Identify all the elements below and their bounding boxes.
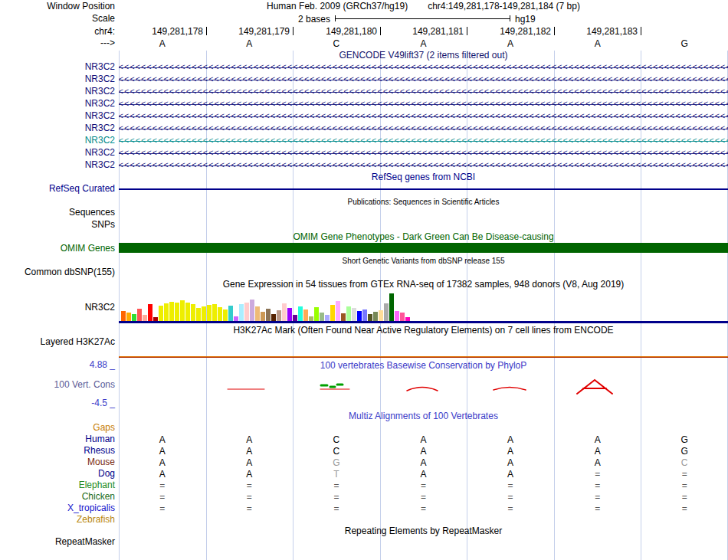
gencode-gene-item[interactable]: <<<<<<<<<<<<<<<<<<<<<<<<<<<<<<<<<<<<<<<<… bbox=[119, 123, 728, 134]
gtex-expression-bar[interactable] bbox=[239, 304, 244, 321]
multiz-species-label[interactable]: X_tropicalis bbox=[0, 503, 115, 513]
repeatmasker-track-label[interactable]: RepeatMasker bbox=[0, 537, 115, 547]
gtex-expression-bar[interactable] bbox=[298, 306, 303, 321]
gencode-gene-label[interactable]: NR3C2 bbox=[0, 99, 115, 109]
gencode-gene-label[interactable]: NR3C2 bbox=[0, 62, 115, 72]
multiz-species-label[interactable]: Chicken bbox=[0, 492, 115, 502]
gtex-expression-bar[interactable] bbox=[223, 309, 228, 321]
gtex-expression-bar[interactable] bbox=[330, 305, 335, 321]
gencode-gene-item[interactable]: <<<<<<<<<<<<<<<<<<<<<<<<<<<<<<<<<<<<<<<<… bbox=[119, 99, 728, 110]
h3k27ac-track-title[interactable]: H3K27Ac Mark (Often Found Near Active Re… bbox=[119, 326, 728, 336]
gtex-expression-bar[interactable] bbox=[384, 303, 389, 321]
dbsnp-track-label[interactable]: Common dbSNP(155) bbox=[0, 267, 115, 277]
multiz-species-label[interactable]: Elephant bbox=[0, 480, 115, 490]
gencode-gene-label[interactable]: NR3C2 bbox=[0, 148, 115, 158]
gtex-expression-bar[interactable] bbox=[191, 304, 195, 321]
gtex-expression-bar[interactable] bbox=[336, 301, 340, 321]
gtex-expression-bar[interactable] bbox=[244, 303, 249, 321]
gtex-expression-bar[interactable] bbox=[180, 300, 185, 321]
gtex-expression-bar[interactable] bbox=[266, 309, 271, 321]
gtex-expression-bar[interactable] bbox=[352, 308, 356, 321]
gtex-bar-chart[interactable] bbox=[121, 292, 410, 321]
sequences-track-label[interactable]: Sequences bbox=[0, 208, 115, 218]
refseq-track-title[interactable]: RefSeq genes from NCBI bbox=[119, 172, 728, 182]
gtex-expression-bar[interactable] bbox=[373, 312, 378, 321]
gencode-gene-item[interactable]: <<<<<<<<<<<<<<<<<<<<<<<<<<<<<<<<<<<<<<<<… bbox=[119, 87, 728, 97]
gtex-expression-bar[interactable] bbox=[164, 303, 169, 321]
gtex-expression-bar[interactable] bbox=[293, 315, 297, 321]
gtex-expression-bar[interactable] bbox=[395, 311, 399, 321]
multiz-species-label[interactable]: Gaps bbox=[0, 423, 115, 433]
gtex-gene-label[interactable]: NR3C2 bbox=[0, 303, 115, 313]
gtex-expression-bar[interactable] bbox=[250, 300, 254, 321]
h3k27ac-signal-line[interactable] bbox=[119, 357, 728, 358]
gtex-expression-bar[interactable] bbox=[175, 303, 179, 321]
gtex-expression-bar[interactable] bbox=[202, 306, 206, 321]
gencode-gene-label[interactable]: NR3C2 bbox=[0, 87, 115, 97]
genome-browser-image[interactable]: Human Feb. 2009 (GRCh37/hg19) chr4:149,2… bbox=[0, 0, 728, 560]
gtex-expression-bar[interactable] bbox=[287, 308, 292, 321]
gtex-expression-bar[interactable] bbox=[379, 310, 383, 321]
gtex-expression-bar[interactable] bbox=[389, 293, 394, 321]
gtex-expression-bar[interactable] bbox=[325, 315, 330, 321]
gtex-expression-bar[interactable] bbox=[303, 309, 308, 321]
gencode-gene-item[interactable]: <<<<<<<<<<<<<<<<<<<<<<<<<<<<<<<<<<<<<<<<… bbox=[119, 136, 728, 146]
dbsnp-track-title[interactable]: Short Genetic Variants from dbSNP releas… bbox=[119, 256, 728, 266]
multiz-track-title[interactable]: Multiz Alignments of 100 Vertebrates bbox=[119, 411, 728, 421]
gencode-gene-label[interactable]: NR3C2 bbox=[0, 123, 115, 133]
gtex-expression-bar[interactable] bbox=[368, 314, 372, 321]
gencode-gene-label[interactable]: NR3C2 bbox=[0, 111, 115, 121]
gtex-expression-bar[interactable] bbox=[346, 306, 351, 321]
gtex-expression-bar[interactable] bbox=[137, 309, 142, 321]
phylop-conservation-signal[interactable] bbox=[119, 372, 728, 408]
gencode-gene-label[interactable]: NR3C2 bbox=[0, 136, 115, 146]
gtex-expression-bar[interactable] bbox=[218, 307, 222, 321]
gtex-expression-bar[interactable] bbox=[277, 310, 281, 321]
gtex-expression-bar[interactable] bbox=[362, 309, 367, 321]
gencode-gene-item[interactable]: <<<<<<<<<<<<<<<<<<<<<<<<<<<<<<<<<<<<<<<<… bbox=[119, 111, 728, 122]
gtex-track-title[interactable]: Gene Expression in 54 tissues from GTEx … bbox=[119, 280, 728, 290]
gtex-expression-bar[interactable] bbox=[196, 308, 201, 321]
multiz-species-label[interactable]: Human bbox=[0, 434, 115, 444]
gtex-expression-bar[interactable] bbox=[282, 303, 287, 321]
gtex-expression-bar[interactable] bbox=[261, 312, 265, 321]
multiz-species-label[interactable]: Zebrafish bbox=[0, 515, 115, 525]
snps-track-label[interactable]: SNPs bbox=[0, 220, 115, 230]
gtex-expression-bar[interactable] bbox=[341, 313, 346, 321]
gtex-expression-bar[interactable] bbox=[148, 304, 152, 321]
gencode-gene-item[interactable]: <<<<<<<<<<<<<<<<<<<<<<<<<<<<<<<<<<<<<<<<… bbox=[119, 74, 728, 85]
gencode-gene-label[interactable]: NR3C2 bbox=[0, 74, 115, 84]
repeatmasker-track-title[interactable]: Repeating Elements by RepeatMasker bbox=[119, 526, 728, 536]
multiz-species-label[interactable]: Mouse bbox=[0, 457, 115, 467]
phylop-track-title[interactable]: 100 vertebrates Basewise Conservation by… bbox=[119, 361, 728, 371]
gtex-expression-bar[interactable] bbox=[169, 302, 174, 321]
gtex-expression-bar[interactable] bbox=[159, 306, 163, 321]
gencode-gene-label[interactable]: NR3C2 bbox=[0, 160, 115, 170]
gtex-expression-bar[interactable] bbox=[228, 306, 233, 321]
phylop-track-label[interactable]: 100 Vert. Cons bbox=[0, 380, 115, 390]
gencode-gene-item[interactable]: <<<<<<<<<<<<<<<<<<<<<<<<<<<<<<<<<<<<<<<<… bbox=[119, 160, 728, 171]
refseq-curated-item[interactable] bbox=[119, 188, 728, 190]
gtex-expression-bar[interactable] bbox=[207, 305, 212, 321]
omim-gene-item[interactable] bbox=[119, 243, 728, 253]
refseq-curated-label[interactable]: RefSeq Curated bbox=[0, 184, 115, 194]
h3k27ac-track-label[interactable]: Layered H3K27Ac bbox=[0, 337, 115, 347]
gencode-gene-item[interactable]: <<<<<<<<<<<<<<<<<<<<<<<<<<<<<<<<<<<<<<<<… bbox=[119, 62, 728, 73]
gtex-expression-bar[interactable] bbox=[121, 311, 126, 321]
gtex-expression-bar[interactable] bbox=[132, 314, 136, 321]
gencode-gene-item[interactable]: <<<<<<<<<<<<<<<<<<<<<<<<<<<<<<<<<<<<<<<<… bbox=[119, 148, 728, 159]
gtex-expression-bar[interactable] bbox=[126, 313, 131, 321]
omim-genes-label[interactable]: OMIM Genes bbox=[0, 244, 115, 254]
gtex-expression-bar[interactable] bbox=[212, 304, 217, 321]
multiz-species-label[interactable]: Rhesus bbox=[0, 446, 115, 456]
gtex-expression-bar[interactable] bbox=[271, 314, 276, 321]
gtex-expression-bar[interactable] bbox=[314, 307, 319, 321]
gtex-expression-bar[interactable] bbox=[400, 313, 405, 321]
publications-track-title[interactable]: Publications: Sequences in Scientific Ar… bbox=[119, 197, 728, 207]
gtex-expression-bar[interactable] bbox=[357, 311, 362, 321]
gtex-expression-bar[interactable] bbox=[143, 315, 147, 321]
gtex-expression-bar[interactable] bbox=[185, 303, 190, 321]
omim-track-title[interactable]: OMIM Gene Phenotypes - Dark Green Can Be… bbox=[119, 232, 728, 242]
gencode-track-title[interactable]: GENCODE V49lift37 (2 items filtered out) bbox=[119, 51, 728, 61]
gtex-expression-bar[interactable] bbox=[255, 306, 260, 321]
